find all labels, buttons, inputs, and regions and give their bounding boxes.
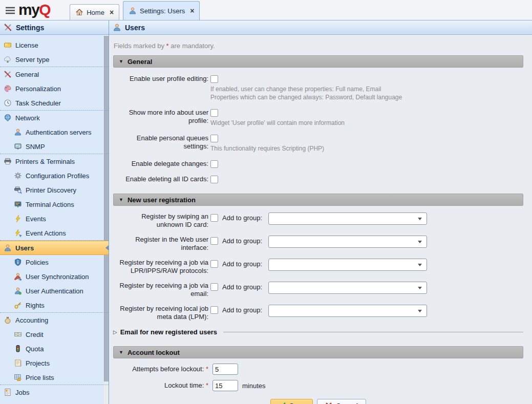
printer-icon [4, 157, 12, 165]
checkbox[interactable] [210, 283, 218, 291]
cloud-icon [4, 55, 12, 63]
lightning-action-icon [14, 229, 22, 237]
field-label: Enable delegate changes: [113, 160, 208, 168]
projects-icon [14, 359, 22, 367]
globe-icon [4, 114, 12, 122]
sidebar-item-quota[interactable]: Quota [0, 342, 109, 356]
sidebar-item-label: Task Scheduler [15, 99, 61, 107]
field-label: Enable deleting all ID cards: [113, 175, 208, 183]
banknote-icon [14, 330, 22, 338]
license-icon [4, 41, 12, 49]
clock-icon [4, 99, 12, 107]
field-label: Attempts before lockout: [132, 365, 206, 373]
tab-home[interactable]: Home× [70, 4, 119, 20]
sidebar-item-label: Events [26, 215, 46, 223]
sidebar-item-label: Price lists [26, 374, 54, 381]
field-label: Register in the Web user interface: [113, 236, 208, 252]
collapse-icon: ▼ [119, 59, 123, 64]
checkbox[interactable] [210, 75, 218, 83]
sidebar-item-general[interactable]: General [0, 67, 109, 81]
sidebar-item-label: Personalization [15, 85, 61, 93]
add-to-group-dropdown[interactable] [268, 282, 427, 294]
sidebar-item-user-synchronization[interactable]: User Synchronization [0, 269, 109, 284]
sidebar-item-configuration-profiles[interactable]: Configuration Profiles [0, 168, 109, 183]
sidebar-item-credit[interactable]: Credit [0, 327, 109, 342]
checkbox[interactable] [210, 176, 218, 183]
add-to-group-dropdown[interactable] [268, 259, 427, 271]
expand-icon: ▷ [113, 329, 117, 335]
sidebar-item-label: General [15, 71, 39, 78]
sidebar-item-users[interactable]: Users [0, 241, 109, 255]
sidebar-item-personalization[interactable]: Personalization [0, 81, 109, 96]
collapse-icon: ▼ [119, 197, 123, 202]
checkbox[interactable] [210, 237, 218, 245]
sidebar-item-label: Policies [26, 259, 49, 266]
cross-icon [325, 402, 332, 404]
add-to-group-dropdown[interactable] [268, 236, 427, 248]
form-row: Lockout time: *minutes [113, 380, 523, 391]
save-button[interactable]: Save [270, 399, 313, 404]
field-label: Show more info about user profile: [113, 109, 208, 125]
help-text: Properties which can be changed always: … [210, 93, 402, 101]
sidebar-item-policies[interactable]: Policies [0, 255, 109, 269]
sidebar-item-server-type[interactable]: Server type [0, 52, 109, 67]
sidebar-item-projects[interactable]: Projects [0, 356, 109, 370]
sidebar-item-event-actions[interactable]: Event Actions [0, 226, 109, 240]
form-row: Register by receiving a job via LPR/IPPS… [113, 259, 523, 275]
add-to-group-dropdown[interactable] [268, 305, 427, 317]
form-row: Show more info about user profile:Widget… [113, 109, 523, 127]
sidebar-item-jobs[interactable]: Jobs [0, 385, 109, 399]
cancel-button[interactable]: Cancel [317, 399, 366, 404]
required-asterisk: * [206, 381, 208, 389]
checkbox[interactable] [210, 214, 218, 222]
section-header-account-lockout[interactable]: ▼ Account lockout [113, 346, 523, 358]
help-text: If enabled, user can change these proper… [210, 85, 402, 93]
main-header: Users [109, 20, 532, 35]
sidebar-item-task-scheduler[interactable]: Task Scheduler [0, 96, 109, 110]
section-header-general[interactable]: ▼ General [113, 55, 523, 68]
checkbox[interactable] [210, 135, 218, 142]
form-row: Enable delegate changes: [113, 160, 523, 168]
subsection-email-for-new-registered-users[interactable]: ▷ Email for new registered users [113, 328, 523, 336]
add-to-group-label: Add to group: [222, 214, 268, 222]
sidebar-item-label: Configuration Profiles [26, 172, 89, 180]
sidebar-item-user-authentication[interactable]: User Authentication [0, 284, 109, 298]
sidebar-item-snmp[interactable]: SNMP [0, 139, 109, 154]
checkbox[interactable] [210, 160, 218, 168]
hamburger-menu-icon[interactable] [5, 6, 16, 15]
mandatory-note: Fields marked by * are mandatory. [114, 42, 523, 50]
sidebar-item-accounting[interactable]: Accounting [0, 313, 109, 327]
sidebar-item-network[interactable]: Network [0, 111, 109, 125]
sidebar-item-rights[interactable]: Rights [0, 298, 109, 312]
sidebar-item-terminal-actions[interactable]: Terminal Actions [0, 197, 109, 211]
checkbox[interactable] [210, 306, 218, 314]
close-icon[interactable]: × [190, 7, 194, 14]
checkbox[interactable] [210, 109, 218, 117]
sidebar-item-label: Network [15, 114, 40, 122]
sidebar-item-printer-discovery[interactable]: Printer Discovery [0, 183, 109, 197]
lockout-time-input[interactable] [212, 380, 238, 391]
sidebar-item-printers-terminals[interactable]: Printers & Terminals [0, 154, 109, 168]
button-row: Save Cancel [113, 399, 523, 404]
top-bar: myQ Home×Settings: Users× [0, 0, 532, 20]
field-label: Lockout time: [164, 381, 206, 389]
help-text: Widget 'User profile' will contain more … [210, 119, 345, 127]
sidebar-item-license[interactable]: License [0, 38, 109, 52]
sidebar-item-authentication-servers[interactable]: Authentication servers [0, 125, 109, 139]
sidebar-item-price-lists[interactable]: Price lists [0, 370, 109, 385]
add-to-group-dropdown[interactable] [268, 212, 427, 225]
tab-settings-users[interactable]: Settings: Users× [123, 1, 200, 20]
sidebar-item-label: Jobs [15, 389, 29, 396]
field-label: Register by receiving a job via email: [113, 282, 208, 298]
close-icon[interactable]: × [110, 9, 114, 16]
dropdown-arrow-icon [418, 218, 422, 220]
sidebar-item-events[interactable]: Events [0, 211, 109, 226]
person-icon [14, 128, 22, 136]
tab-strip: Home×Settings: Users× [70, 1, 200, 20]
check-icon [279, 402, 286, 404]
sidebar-item-label: User Authentication [26, 287, 83, 295]
checkbox[interactable] [210, 260, 218, 268]
divider [223, 332, 523, 332]
attempts-before-lockout-input[interactable] [212, 364, 238, 375]
section-header-new-user-registration[interactable]: ▼ New user registration [113, 194, 523, 206]
